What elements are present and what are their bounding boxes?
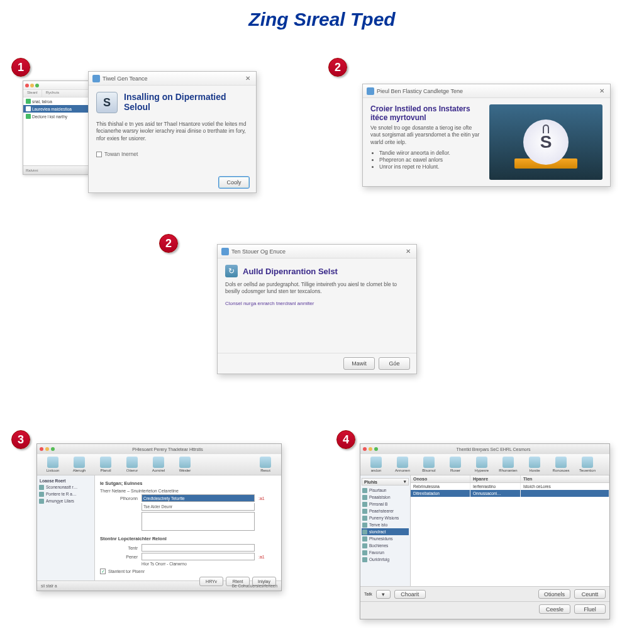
textarea-field[interactable] bbox=[142, 512, 255, 531]
stepper-button[interactable]: ▾ bbox=[376, 590, 391, 599]
dialog-title: Ten Stouer Og Enuce bbox=[231, 248, 286, 255]
step-badge-2b: 2 bbox=[159, 234, 178, 253]
dropdown-field[interactable] bbox=[142, 553, 255, 560]
tool-icon bbox=[397, 457, 408, 468]
dialog-titlebar: Pieul Ben Flasticy Candletge Tene ✕ bbox=[363, 84, 610, 98]
package-icon bbox=[26, 106, 31, 111]
app-titlebar: PHlesoant Perery Thadetear Httrstis bbox=[37, 444, 281, 454]
primary-button[interactable]: Góe bbox=[379, 357, 410, 370]
confirm-button[interactable]: Fluel bbox=[574, 604, 606, 614]
sidebar-item[interactable]: Punerry Wisions bbox=[362, 514, 409, 521]
button[interactable]: Choarit bbox=[394, 590, 426, 599]
toolbar-button[interactable]: Aorsirel bbox=[147, 457, 170, 472]
button[interactable]: Otionels bbox=[538, 589, 570, 599]
left-panel: Pluhis▾ Pisurtaun Peaalstslon Pimsnal B … bbox=[360, 475, 411, 586]
field-label: Plhoronn bbox=[100, 496, 138, 501]
column-header[interactable]: Onoso bbox=[411, 475, 470, 482]
button[interactable]: HRYv bbox=[199, 577, 223, 586]
sidebar-item[interactable]: Sconenonastt r… bbox=[38, 484, 93, 491]
toolbar-button[interactable]: Hypesre bbox=[470, 457, 494, 472]
sidebar-item-selected[interactable]: slondract bbox=[362, 528, 409, 535]
checkbox[interactable]: ✓ bbox=[100, 569, 106, 574]
toolbar-button[interactable]: Ronosoes bbox=[549, 457, 573, 472]
tool-icon bbox=[370, 457, 382, 468]
sidebar-item[interactable]: Peaalstslon bbox=[362, 494, 409, 501]
panel-header[interactable]: Pluhis▾ bbox=[362, 478, 409, 486]
toolbar-button[interactable]: Resut bbox=[253, 457, 277, 472]
toolbar-button[interactable]: Teuention bbox=[575, 457, 599, 472]
sidebar-item[interactable]: Pisurtaun bbox=[362, 487, 409, 494]
field-label: Pener bbox=[100, 555, 138, 559]
mini-row-highlighted[interactable]: Laureviea maiclestioa bbox=[23, 105, 88, 113]
step-badge-1: 1 bbox=[11, 58, 30, 77]
tool-icon bbox=[47, 457, 58, 468]
toolbar-button[interactable]: Roser bbox=[443, 457, 467, 472]
tool-icon bbox=[260, 457, 271, 468]
dropdown-field[interactable]: Credtdesctrety Tetortte bbox=[142, 494, 255, 502]
text-field[interactable]: Tse Aider Deunr bbox=[142, 503, 255, 511]
button[interactable]: Ceuntt bbox=[574, 589, 606, 599]
secondary-button[interactable]: Mawit bbox=[343, 357, 375, 370]
dialog-titlebar: Ten Stouer Og Enuce ✕ bbox=[218, 245, 416, 258]
chevron-down-icon: ▾ bbox=[404, 479, 406, 484]
cancel-button[interactable]: Ceesle bbox=[539, 604, 570, 614]
toolbar: Lixtioon Alerugh Plarutl Otierur Aorsire… bbox=[37, 454, 281, 475]
sidebar-item[interactable]: Amungye Lilars bbox=[38, 497, 93, 504]
sidebar-item[interactable]: Peaehsteerer bbox=[362, 508, 409, 514]
field-label: Tentr bbox=[100, 546, 138, 550]
tool-icon bbox=[153, 457, 164, 468]
mini-row: snal, talroa bbox=[23, 97, 88, 105]
sidebar-item[interactable]: Bochienes bbox=[362, 542, 409, 549]
sidebar-item[interactable]: Favorun bbox=[362, 549, 409, 556]
dropdown-field[interactable] bbox=[142, 544, 255, 552]
sidebar-item[interactable]: Pimsnal B bbox=[362, 501, 409, 508]
label-text: Therr Netane – Snuinterteton Cetaretine bbox=[100, 489, 276, 493]
toolbar-button[interactable]: Blsomol bbox=[417, 457, 441, 472]
toolbar-button[interactable]: andon bbox=[364, 457, 388, 472]
traffic-light-close-icon[interactable] bbox=[25, 84, 29, 87]
tool-icon bbox=[582, 457, 593, 468]
close-icon[interactable]: ✕ bbox=[404, 247, 413, 256]
dialog-heading: Insalling on Dipermatied Seloul bbox=[124, 92, 248, 112]
toolbar-button[interactable]: Annonen bbox=[391, 457, 414, 472]
link-text[interactable]: Clonsel nurga enrarch tnerdranl anmiter bbox=[225, 301, 409, 306]
toolbar-button[interactable]: Alerugh bbox=[67, 457, 91, 472]
sidebar-item[interactable]: Pontere te R a… bbox=[38, 491, 93, 497]
sidebar-item[interactable]: Phunesiduns bbox=[362, 535, 409, 542]
toolbar-button[interactable]: Otierur bbox=[120, 457, 144, 472]
table-row[interactable]: Rebrinutessna Ierfenrastino Istoich ceLo… bbox=[411, 483, 609, 490]
primary-button[interactable]: Cooly bbox=[218, 176, 250, 189]
bullet-item: Tandie wiiror aneorta in dellor. bbox=[379, 150, 483, 156]
dialog-body-text: Ve snotel tro oge dosanste a tierog ise … bbox=[370, 125, 483, 146]
column-header[interactable]: Tlen bbox=[521, 475, 609, 482]
traffic-light-zoom-icon[interactable] bbox=[35, 84, 39, 87]
tool-icon bbox=[555, 457, 567, 468]
tool-icon bbox=[502, 457, 514, 468]
section-heading: Stontnr Lopcteraichter Relonl bbox=[100, 536, 276, 541]
sidebar-item[interactable]: Ouridnrtoig bbox=[362, 556, 409, 563]
dialog-heading: Aulld Dipenrantion Selst bbox=[243, 267, 338, 276]
column-header[interactable]: Hpanre bbox=[470, 475, 521, 482]
app-icon bbox=[367, 87, 374, 95]
toolbar: andon Annonen Blsomol Roser Hypesre Rhon… bbox=[360, 454, 609, 475]
toolbar-button[interactable]: Rhonanten bbox=[496, 457, 520, 472]
traffic-light-close-icon[interactable] bbox=[40, 447, 43, 451]
checkbox[interactable] bbox=[96, 152, 102, 157]
toolbar-button[interactable]: Wésler bbox=[173, 457, 197, 472]
traffic-light-zoom-icon[interactable] bbox=[374, 447, 378, 451]
security-badge-icon: S bbox=[523, 119, 569, 165]
close-icon[interactable]: ✕ bbox=[243, 74, 252, 83]
sidebar-item[interactable]: Tenve isto bbox=[362, 521, 409, 528]
traffic-light-zoom-icon[interactable] bbox=[51, 447, 55, 451]
traffic-light-min-icon[interactable] bbox=[30, 84, 34, 87]
table-row-selected[interactable]: Ditrexibatadon Onnussaconi… bbox=[411, 490, 609, 497]
traffic-light-min-icon[interactable] bbox=[369, 447, 372, 451]
traffic-light-close-icon[interactable] bbox=[363, 447, 367, 451]
tool-icon bbox=[179, 457, 191, 468]
traffic-light-min-icon[interactable] bbox=[45, 447, 49, 451]
close-icon[interactable]: ✕ bbox=[597, 87, 606, 96]
toolbar-button[interactable]: Lixtioon bbox=[41, 457, 65, 472]
toolbar-button[interactable]: Plarutl bbox=[94, 457, 118, 472]
app-title: Thentld Brerpars SeC EHRL Cesmors bbox=[380, 447, 607, 452]
toolbar-button[interactable]: Hostie bbox=[523, 457, 547, 472]
